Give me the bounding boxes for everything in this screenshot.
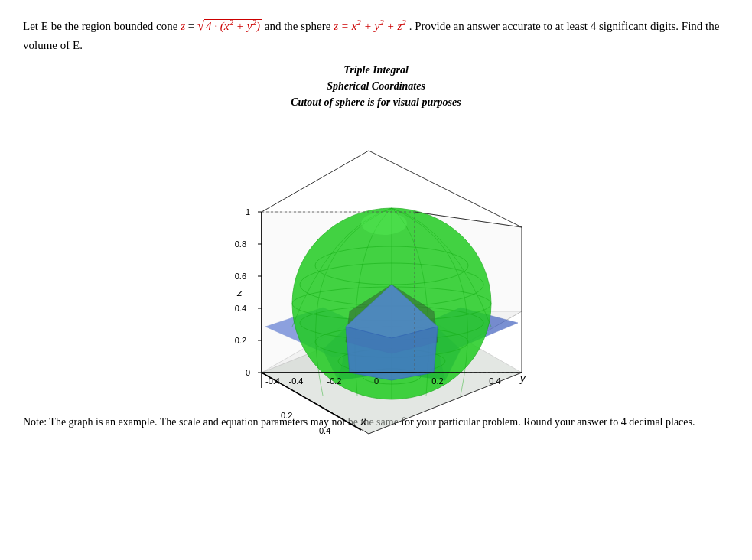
x-tick-04: 0.4 — [319, 426, 330, 435]
y-tick-04: 0.4 — [489, 376, 500, 386]
intro-text: Let E be the region bounded cone — [23, 20, 181, 32]
3d-graph: 1 0.8 0.6 0.4 0.2 0 z 0.2 0.4 x -0.4 -0.… — [200, 116, 552, 453]
svg-line-30 — [262, 151, 369, 212]
z-tick-04: 0.4 — [234, 304, 246, 313]
svg-point-20 — [361, 212, 407, 235]
y-tick-0: 0 — [373, 376, 378, 386]
z-tick-0: 0 — [245, 368, 249, 377]
y-tick-02: 0.2 — [431, 376, 443, 386]
suffix-text: . Provide an answer accurate to at least… — [406, 20, 679, 32]
y-axis-label: y — [519, 373, 526, 384]
problem-statement: Let E be the region bounded cone z = √4 … — [23, 15, 729, 54]
graph-title-line3: Cutout of sphere is for visual purposes — [200, 94, 552, 110]
z-tick-08: 0.8 — [234, 239, 246, 249]
graph-container: Triple Integral Spherical Coordinates Cu… — [200, 62, 552, 399]
graph-title-line2: Spherical Coordinates — [200, 78, 552, 94]
graph-title-line1: Triple Integral — [200, 62, 552, 78]
y-tick-neg04: -0.4 — [288, 376, 303, 386]
z-tick-02: 0.2 — [234, 336, 246, 345]
connector-text: and the sphere — [262, 20, 334, 32]
x-neg-tick: -0.4 — [265, 376, 280, 386]
y-tick-neg02: -0.2 — [327, 376, 341, 386]
equation1: z = √4 · (x2 + y2) — [181, 20, 262, 32]
graph-title: Triple Integral Spherical Coordinates Cu… — [200, 62, 552, 110]
z-tick-1: 1 — [245, 207, 249, 217]
x-axis-label: x — [360, 415, 366, 427]
x-tick-02: 0.2 — [281, 411, 292, 420]
z-tick-06: 0.6 — [234, 272, 246, 281]
z-axis-label: z — [236, 287, 243, 298]
equation2: z = x2 + y2 + z2 — [334, 20, 406, 32]
graph-section: Triple Integral Spherical Coordinates Cu… — [23, 62, 729, 399]
